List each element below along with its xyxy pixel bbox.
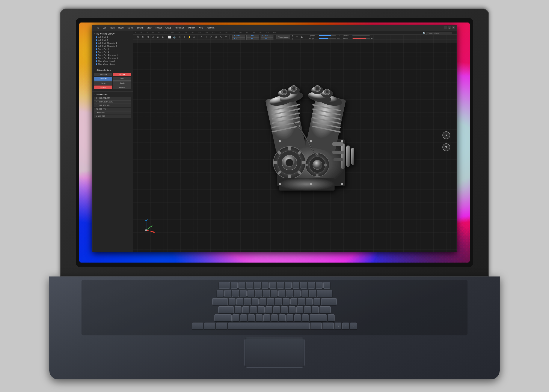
j-key[interactable] [281, 306, 288, 313]
5-key[interactable] [255, 290, 262, 297]
delete-button[interactable]: Delete [113, 81, 131, 85]
backtick-key[interactable] [217, 290, 223, 297]
f5-key[interactable] [262, 282, 269, 289]
f-key[interactable] [258, 306, 265, 313]
menu-select[interactable]: Select [126, 26, 135, 29]
h-key[interactable] [273, 306, 280, 313]
library-item-8[interactable]: Blue_Whale_Model [93, 60, 133, 63]
7-key[interactable] [271, 290, 278, 297]
range-slider[interactable] [319, 38, 336, 39]
m-key[interactable] [279, 315, 286, 321]
library-item-2[interactable]: Left_Part_Elements_1 [93, 42, 133, 45]
f11-key[interactable] [308, 282, 315, 289]
f8-key[interactable] [285, 282, 292, 289]
render-button[interactable]: Render [94, 85, 112, 89]
f12-key[interactable] [316, 282, 322, 289]
rbracket-key[interactable] [314, 298, 321, 305]
library-item-7[interactable]: Right_Part_Elements_2 [93, 56, 133, 60]
property-button[interactable]: Property [94, 77, 112, 81]
library-item-0[interactable]: Left_Part_1 [93, 35, 133, 39]
e-key[interactable] [244, 298, 251, 305]
down-key[interactable]: ▼ [342, 322, 349, 329]
menu-render[interactable]: Render [153, 26, 164, 29]
transform-button[interactable]: Transform [94, 73, 112, 76]
f7-key[interactable] [277, 282, 284, 289]
f3-key[interactable] [246, 282, 253, 289]
x-key[interactable] [240, 315, 247, 321]
r-key[interactable] [252, 298, 259, 305]
equals-key[interactable] [309, 290, 316, 297]
slash-key[interactable] [302, 315, 309, 321]
menu-tools[interactable]: Tools [108, 26, 116, 29]
6-key[interactable] [263, 290, 270, 297]
q-key[interactable] [228, 298, 235, 305]
ralt-key[interactable] [311, 322, 322, 329]
menu-account[interactable]: Account [205, 26, 216, 29]
library-item-1[interactable]: Left_Part_2 [93, 39, 133, 42]
touchpad[interactable] [244, 337, 305, 368]
c-key[interactable] [248, 315, 255, 321]
viewport[interactable]: 0 20 40 60 80 100 120 140 160 180 [133, 31, 456, 252]
comma-key[interactable] [286, 315, 293, 321]
library-item-6[interactable]: Right_Part_Elements_1 [93, 54, 133, 56]
menu-setting[interactable]: Setting [135, 26, 145, 29]
period-key[interactable] [294, 315, 301, 321]
lbracket-key[interactable] [306, 298, 313, 305]
smooth-slider[interactable] [353, 35, 370, 36]
dimensions-header[interactable]: ▼ Dimensions [93, 93, 133, 96]
backspace-key[interactable] [317, 290, 332, 297]
del-key[interactable] [323, 282, 330, 289]
p-key[interactable] [298, 298, 305, 305]
d-key[interactable] [250, 306, 257, 313]
esc-key[interactable] [219, 282, 230, 289]
4-key[interactable] [248, 290, 254, 297]
menu-window[interactable]: Window [186, 26, 197, 29]
i-key[interactable] [283, 298, 290, 305]
l-key[interactable] [296, 306, 303, 313]
opacity-slider[interactable] [319, 35, 336, 36]
n-key[interactable] [271, 315, 278, 321]
library-item-9[interactable]: Blue_Whale_Scene [93, 63, 133, 66]
1-key[interactable] [224, 290, 231, 297]
display-button[interactable]: Display [113, 85, 131, 89]
up-key[interactable]: ▲ [328, 315, 335, 321]
nav-up-button[interactable]: ▲ [442, 131, 450, 139]
caps-key[interactable] [218, 306, 234, 313]
f2-key[interactable] [238, 282, 245, 289]
search-input[interactable] [427, 32, 452, 35]
y-key[interactable] [267, 298, 274, 305]
f6-key[interactable] [269, 282, 276, 289]
a-key[interactable] [235, 306, 242, 313]
v-key[interactable] [256, 315, 263, 321]
library-item-4[interactable]: Right_Part_1 [93, 48, 133, 51]
fn-key[interactable] [204, 322, 215, 329]
maximize-button[interactable]: ⊡ [448, 26, 451, 29]
menu-view[interactable]: View [145, 26, 153, 29]
8-key[interactable] [278, 290, 285, 297]
semicolon-key[interactable] [304, 306, 311, 313]
library-item-5[interactable]: Right_Part_2 [93, 51, 133, 54]
u-key[interactable] [275, 298, 282, 305]
objects-header[interactable]: ▼ Objects Setting [93, 68, 133, 72]
left-key[interactable]: ◀ [335, 322, 342, 329]
f1-key[interactable] [231, 282, 238, 289]
insert-button[interactable]: Insert [94, 81, 112, 85]
menu-file[interactable]: File [94, 26, 100, 29]
backslash-key[interactable] [321, 298, 337, 305]
f4-key[interactable] [254, 282, 261, 289]
t-key[interactable] [259, 298, 266, 305]
g-key[interactable] [265, 306, 272, 313]
rshift-key[interactable] [310, 315, 327, 321]
lctrl-key[interactable] [192, 322, 203, 329]
rctrl-key[interactable] [322, 322, 334, 329]
animate-button[interactable]: Animate [113, 73, 131, 76]
enter-key[interactable] [320, 306, 331, 313]
close-button[interactable]: ✕ [452, 26, 455, 29]
s-key[interactable] [242, 306, 249, 313]
tab-key[interactable] [212, 298, 228, 305]
o-key[interactable] [290, 298, 297, 305]
library-header[interactable]: ▼ My Working Library [93, 32, 133, 35]
nav-down-button[interactable]: ▼ [442, 143, 450, 151]
menu-group[interactable]: Group [164, 26, 173, 29]
z-key[interactable] [232, 315, 239, 321]
